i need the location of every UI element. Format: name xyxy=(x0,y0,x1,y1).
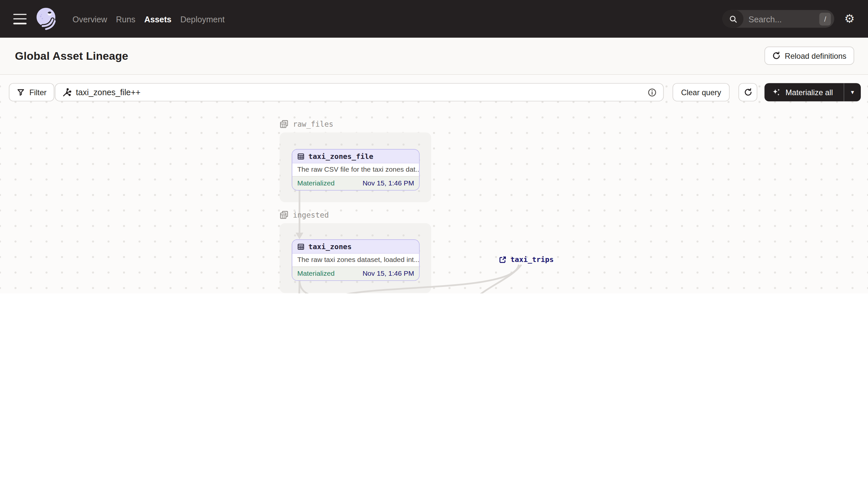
materialization-timestamp[interactable]: Nov 15, 1:46 PM xyxy=(362,270,414,278)
asset-name: taxi_zones_file xyxy=(308,152,373,160)
arrowhead xyxy=(296,233,303,239)
lineage-query-icon xyxy=(62,88,72,97)
asset-query-input[interactable]: taxi_zones_file++ xyxy=(55,83,663,101)
table-icon xyxy=(297,153,304,160)
menu-icon[interactable] xyxy=(14,14,27,24)
refresh-icon xyxy=(772,52,780,60)
search-placeholder: Search... xyxy=(749,14,819,24)
status-badge: Materialized xyxy=(297,180,335,187)
nav-links: Overview Runs Assets Deployment xyxy=(72,12,225,25)
refresh-icon xyxy=(744,88,752,96)
materialize-all-label: Materialize all xyxy=(786,88,833,97)
refresh-graph-button[interactable] xyxy=(739,83,757,101)
nav-item-assets[interactable]: Assets xyxy=(144,12,172,25)
query-value: taxi_zones_file++ xyxy=(76,88,643,97)
materialize-all-main[interactable]: Materialize all xyxy=(764,83,844,101)
lineage-edges xyxy=(0,74,868,293)
info-icon[interactable] xyxy=(648,88,656,97)
group-tables-icon xyxy=(280,210,288,219)
external-link-icon xyxy=(499,256,507,263)
materialization-timestamp[interactable]: Nov 15, 1:46 PM xyxy=(362,180,414,187)
page-header: Global Asset Lineage Reload definitions xyxy=(0,38,868,75)
reload-definitions-button[interactable]: Reload definitions xyxy=(764,47,854,65)
asset-name: taxi_zones xyxy=(308,242,352,251)
gear-icon[interactable]: ⚙ xyxy=(844,13,855,24)
sparkle-icon xyxy=(772,88,780,97)
nav-item-overview[interactable]: Overview xyxy=(72,12,107,25)
group-name: raw_files xyxy=(293,120,333,129)
asset-node-taxi-zones[interactable]: taxi_zones The raw taxi zones dataset, l… xyxy=(291,239,420,281)
group-label-raw-files: raw_files xyxy=(280,120,333,129)
lineage-canvas[interactable]: raw_files ingested requests metrics taxi… xyxy=(0,74,868,293)
asset-status-bar: Materialized Nov 15, 1:46 PM xyxy=(292,176,419,190)
search-icon xyxy=(722,10,743,28)
lineage-toolbar: Filter taxi_zones_file++ Clear query xyxy=(0,83,868,101)
clear-query-label: Clear query xyxy=(681,88,721,97)
asset-description: The raw CSV file for the taxi zones dat.… xyxy=(292,164,419,176)
nav-right: Search... / ⚙ xyxy=(722,10,854,28)
asset-description: The raw taxi zones dataset, loaded int..… xyxy=(292,254,419,267)
group-name: ingested xyxy=(293,210,329,219)
asset-node-taxi-zones-file[interactable]: taxi_zones_file The raw CSV file for the… xyxy=(291,149,420,191)
filter-icon xyxy=(17,88,25,96)
status-badge: Materialized xyxy=(297,270,335,278)
asset-node-header: taxi_zones xyxy=(292,240,419,254)
caret-down-icon: ▾ xyxy=(851,89,854,96)
reload-definitions-label: Reload definitions xyxy=(785,51,846,60)
dagster-app: Overview Runs Assets Deployment Search..… xyxy=(0,0,868,293)
asset-status-bar: Materialized Nov 15, 1:46 PM xyxy=(292,267,419,280)
asset-node-header: taxi_zones_file xyxy=(292,150,419,164)
group-label-ingested: ingested xyxy=(280,210,329,219)
filter-label: Filter xyxy=(29,88,47,97)
search-input[interactable]: Search... / xyxy=(722,10,834,28)
table-icon xyxy=(297,243,304,250)
dagster-logo-icon[interactable] xyxy=(35,6,59,31)
clear-query-button[interactable]: Clear query xyxy=(672,83,730,101)
filter-button[interactable]: Filter xyxy=(9,83,54,101)
materialize-all-button[interactable]: Materialize all ▾ xyxy=(764,83,861,101)
materialize-dropdown-caret[interactable]: ▾ xyxy=(844,83,861,101)
external-asset-taxi-trips[interactable]: taxi_trips xyxy=(499,255,554,263)
group-tables-icon xyxy=(280,120,288,129)
nav-item-deployment[interactable]: Deployment xyxy=(180,12,225,25)
external-asset-name: taxi_trips xyxy=(510,255,554,263)
search-shortcut-badge: / xyxy=(819,13,831,25)
top-nav: Overview Runs Assets Deployment Search..… xyxy=(0,0,868,38)
page-title: Global Asset Lineage xyxy=(15,38,128,74)
nav-item-runs[interactable]: Runs xyxy=(116,12,136,25)
